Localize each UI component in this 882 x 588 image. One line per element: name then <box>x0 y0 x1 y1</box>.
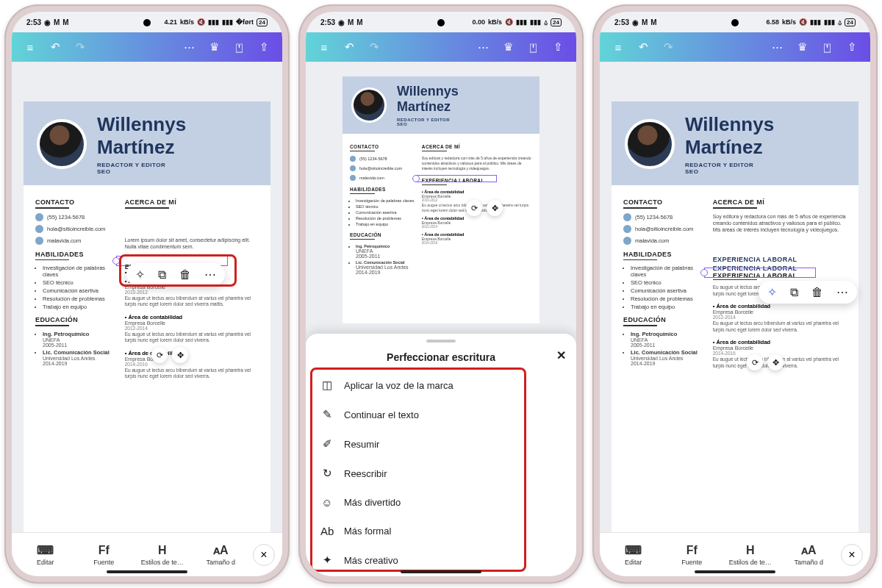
clock: 2:53 <box>26 18 41 26</box>
transform-handles[interactable]: ⟳ ✥ <box>466 200 503 216</box>
editor-canvas[interactable]: Willennys Martínez REDACTOR Y EDITOR SEO… <box>306 62 576 576</box>
crown-icon[interactable]: ♛ <box>204 37 223 57</box>
editor-canvas[interactable]: Willennys Martínez REDACTOR Y EDITOR SEO… <box>600 62 870 532</box>
more-horizontal-icon[interactable]: ⋯ <box>179 37 198 57</box>
edit-button[interactable]: ⌨Editar <box>604 543 663 566</box>
mail-icon: M <box>62 18 68 26</box>
move-icon[interactable]: ✥ <box>172 347 188 363</box>
signal-icon: ▮▮▮ <box>810 18 821 26</box>
sync-icon[interactable]: ⟳ <box>747 354 763 370</box>
duplicate-icon[interactable]: ⧉ <box>790 286 798 299</box>
truck-icon[interactable]: ⍞ <box>229 37 248 57</box>
more-horizontal-icon[interactable]: ⋯ <box>767 37 786 57</box>
globe-icon <box>623 237 631 245</box>
job-entry: • Área de contabilidadEmpresa Borcelle20… <box>713 303 848 333</box>
hamburger-icon[interactable]: ≡ <box>609 37 628 57</box>
text-style-icon: H <box>158 544 167 557</box>
skills-list: Investigación de palabras clavesSEO técn… <box>35 265 118 310</box>
hamburger-icon[interactable]: ≡ <box>315 37 334 57</box>
education-list: Ing. PetroquímicoUNEFA2005-2011 Lic. Com… <box>35 331 118 366</box>
text-style-button[interactable]: HEstilos de te… <box>133 544 192 566</box>
whatsapp-icon: ◉ <box>338 18 345 26</box>
mail-icon: M <box>356 18 362 26</box>
highlight-annotation <box>310 368 526 572</box>
drag-handle[interactable] <box>426 340 456 343</box>
redo-icon[interactable]: ↷ <box>365 37 384 57</box>
truck-icon[interactable]: ⍞ <box>523 37 542 57</box>
text-style-button[interactable]: HEstilos de te… <box>721 544 780 566</box>
mute-icon: 🔇 <box>505 18 513 26</box>
contact-row: hola@sitioincreible.com <box>35 225 118 233</box>
font-button[interactable]: FfFuente <box>663 544 722 566</box>
battery-icon: 24 <box>551 18 562 26</box>
trash-icon[interactable]: 🗑 <box>811 286 823 299</box>
selection-box[interactable] <box>416 175 497 182</box>
magic-wand-icon[interactable]: ✧ <box>767 285 777 299</box>
camera-dot <box>437 19 445 26</box>
last-name: Martínez <box>685 136 774 159</box>
keyboard-icon: ⌨ <box>37 543 54 557</box>
signal-icon: ▮▮▮ <box>516 18 527 26</box>
crown-icon[interactable]: ♛ <box>792 37 811 57</box>
section-heading: ACERCA DE MÍ <box>125 198 260 206</box>
edit-button[interactable]: ⌨Editar <box>16 543 75 566</box>
share-icon[interactable]: ⇧ <box>842 37 861 57</box>
last-name: Martínez <box>97 136 186 159</box>
more-horizontal-icon[interactable]: ⋯ <box>473 37 492 57</box>
role-sub: SEO <box>397 122 459 126</box>
avatar <box>625 119 675 169</box>
phone-1: 2:53◉MM 4.21kB/s🔇▮▮▮▮▮▮�ført24 ≡ ↶ ↷ ⋯ ♛… <box>4 4 290 584</box>
signal-icon: ▮▮▮ <box>530 18 541 26</box>
gesture-bar <box>695 570 775 573</box>
undo-icon[interactable]: ↶ <box>340 37 359 57</box>
share-icon[interactable]: ⇧ <box>254 37 273 57</box>
close-toolbar-button[interactable]: × <box>253 544 275 566</box>
resume-document[interactable]: Willennys Martínez REDACTOR Y EDITOR SEO… <box>612 101 858 532</box>
move-icon[interactable]: ✥ <box>767 354 784 370</box>
phone-3: 2:53◉MM 6.58kB/s🔇▮▮▮▮▮▮⍙24 ≡ ↶ ↷ ⋯ ♛ ⍞ ⇧… <box>592 4 878 584</box>
phone-icon <box>35 213 43 221</box>
signal-icon: ▮▮▮ <box>208 18 219 26</box>
close-icon[interactable]: ✕ <box>556 348 566 362</box>
wifi-icon: ⍙ <box>838 18 842 26</box>
close-toolbar-button[interactable]: × <box>841 544 863 566</box>
move-icon[interactable]: ✥ <box>487 200 503 216</box>
text-size-button[interactable]: ᴀATamaño d <box>192 543 251 566</box>
resume-document[interactable]: Willennys Martínez REDACTOR Y EDITOR SEO… <box>24 101 270 532</box>
hamburger-icon[interactable]: ≡ <box>21 37 40 57</box>
font-icon: Ff <box>98 544 110 557</box>
sync-icon[interactable]: ⟳ <box>151 347 168 363</box>
text-size-button[interactable]: ᴀATamaño d <box>780 543 839 566</box>
app-topbar: ≡ ↶ ↷ ⋯ ♛ ⍞ ⇧ <box>12 32 282 62</box>
redo-icon[interactable]: ↷ <box>71 37 90 57</box>
battery-icon: 24 <box>845 18 856 26</box>
crown-icon[interactable]: ♛ <box>498 37 517 57</box>
editor-canvas[interactable]: Willennys Martínez REDACTOR Y EDITOR SEO… <box>12 62 282 532</box>
sync-icon[interactable]: ⟳ <box>466 200 482 216</box>
truck-icon[interactable]: ⍞ <box>817 37 836 57</box>
resume-document[interactable]: Willennys Martínez REDACTOR Y EDITOR SEO… <box>343 76 539 323</box>
selection-box[interactable] <box>704 268 816 278</box>
signal-icon: ▮▮▮ <box>222 18 233 26</box>
first-name: Willennys <box>685 113 774 136</box>
redo-icon[interactable]: ↷ <box>659 37 678 57</box>
whatsapp-icon: ◉ <box>44 18 51 26</box>
undo-icon[interactable]: ↶ <box>46 37 65 57</box>
mail-icon: M <box>54 18 60 26</box>
app-topbar: ≡ ↶ ↷ ⋯ ♛ ⍞ ⇧ <box>306 32 576 62</box>
section-heading: HABILIDADES <box>35 251 118 258</box>
share-icon[interactable]: ⇧ <box>548 37 567 57</box>
left-column: CONTACTO (55) 1234-5678 hola@sitioincrei… <box>612 185 706 384</box>
first-name: Willennys <box>397 84 459 99</box>
bottom-sheet: Perfeccionar escritura ✕ ◫Aplicar la voz… <box>306 334 576 576</box>
role-line: REDACTOR Y EDITOR <box>685 162 774 168</box>
mail-icon <box>35 225 43 233</box>
undo-icon[interactable]: ↶ <box>634 37 653 57</box>
floating-toolbar: ✧ ⧉ 🗑 ⋯ <box>759 281 857 304</box>
transform-handles[interactable]: ⟳ ✥ <box>747 354 784 370</box>
transform-handles[interactable]: ⟳ ✥ <box>151 347 188 363</box>
font-button[interactable]: FfFuente <box>75 544 134 566</box>
more-horizontal-icon[interactable]: ⋯ <box>836 285 848 299</box>
phone-2: 2:53◉MM 0.00kB/s🔇▮▮▮▮▮▮⍙24 ≡ ↶ ↷ ⋯ ♛ ⍞ ⇧… <box>298 4 584 584</box>
right-column: ACERCA DE MÍ Lorem ipsum dolor sit amet,… <box>118 185 270 395</box>
